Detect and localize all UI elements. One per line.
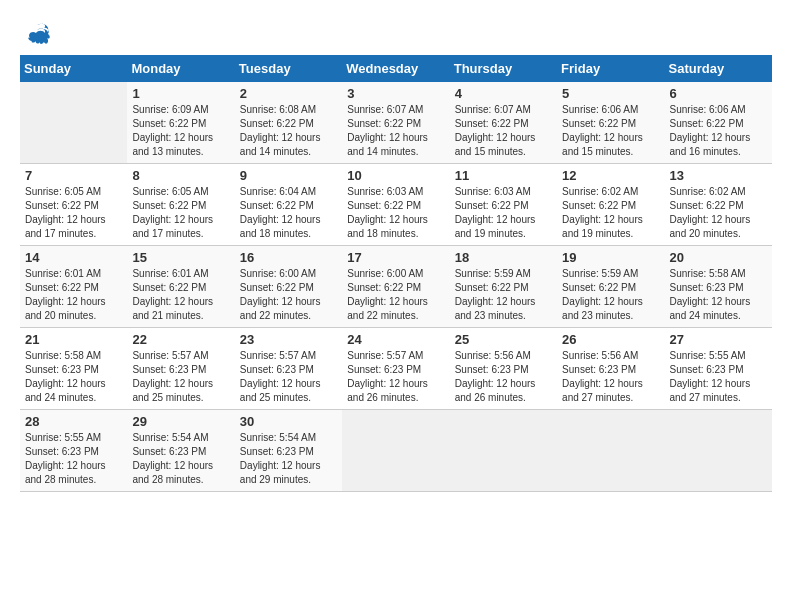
day-info: Sunrise: 6:04 AM Sunset: 6:22 PM Dayligh… bbox=[240, 185, 337, 241]
day-info: Sunrise: 6:05 AM Sunset: 6:22 PM Dayligh… bbox=[25, 185, 122, 241]
day-number: 12 bbox=[562, 168, 659, 183]
calendar-cell: 10Sunrise: 6:03 AM Sunset: 6:22 PM Dayli… bbox=[342, 164, 449, 246]
day-number: 23 bbox=[240, 332, 337, 347]
day-number: 15 bbox=[132, 250, 229, 265]
day-number: 2 bbox=[240, 86, 337, 101]
day-number: 18 bbox=[455, 250, 552, 265]
calendar-cell: 6Sunrise: 6:06 AM Sunset: 6:22 PM Daylig… bbox=[665, 82, 772, 164]
day-number: 24 bbox=[347, 332, 444, 347]
calendar-cell: 3Sunrise: 6:07 AM Sunset: 6:22 PM Daylig… bbox=[342, 82, 449, 164]
calendar-cell: 18Sunrise: 5:59 AM Sunset: 6:22 PM Dayli… bbox=[450, 246, 557, 328]
day-info: Sunrise: 6:05 AM Sunset: 6:22 PM Dayligh… bbox=[132, 185, 229, 241]
calendar-cell: 25Sunrise: 5:56 AM Sunset: 6:23 PM Dayli… bbox=[450, 328, 557, 410]
day-info: Sunrise: 5:59 AM Sunset: 6:22 PM Dayligh… bbox=[562, 267, 659, 323]
calendar-cell: 26Sunrise: 5:56 AM Sunset: 6:23 PM Dayli… bbox=[557, 328, 664, 410]
calendar-week-2: 7Sunrise: 6:05 AM Sunset: 6:22 PM Daylig… bbox=[20, 164, 772, 246]
calendar-cell bbox=[342, 410, 449, 492]
calendar-header-thursday: Thursday bbox=[450, 55, 557, 82]
calendar-header-monday: Monday bbox=[127, 55, 234, 82]
day-info: Sunrise: 6:03 AM Sunset: 6:22 PM Dayligh… bbox=[455, 185, 552, 241]
logo bbox=[20, 20, 52, 45]
day-info: Sunrise: 6:03 AM Sunset: 6:22 PM Dayligh… bbox=[347, 185, 444, 241]
calendar-header-wednesday: Wednesday bbox=[342, 55, 449, 82]
calendar-header-saturday: Saturday bbox=[665, 55, 772, 82]
calendar-cell: 20Sunrise: 5:58 AM Sunset: 6:23 PM Dayli… bbox=[665, 246, 772, 328]
calendar-cell: 29Sunrise: 5:54 AM Sunset: 6:23 PM Dayli… bbox=[127, 410, 234, 492]
day-number: 7 bbox=[25, 168, 122, 183]
day-info: Sunrise: 5:57 AM Sunset: 6:23 PM Dayligh… bbox=[132, 349, 229, 405]
day-info: Sunrise: 6:00 AM Sunset: 6:22 PM Dayligh… bbox=[347, 267, 444, 323]
page-header bbox=[20, 20, 772, 45]
calendar-header-row: SundayMondayTuesdayWednesdayThursdayFrid… bbox=[20, 55, 772, 82]
day-number: 13 bbox=[670, 168, 767, 183]
day-info: Sunrise: 6:02 AM Sunset: 6:22 PM Dayligh… bbox=[562, 185, 659, 241]
calendar-cell bbox=[557, 410, 664, 492]
calendar-week-5: 28Sunrise: 5:55 AM Sunset: 6:23 PM Dayli… bbox=[20, 410, 772, 492]
calendar-cell: 22Sunrise: 5:57 AM Sunset: 6:23 PM Dayli… bbox=[127, 328, 234, 410]
day-info: Sunrise: 5:58 AM Sunset: 6:23 PM Dayligh… bbox=[670, 267, 767, 323]
calendar-cell bbox=[20, 82, 127, 164]
day-info: Sunrise: 6:09 AM Sunset: 6:22 PM Dayligh… bbox=[132, 103, 229, 159]
calendar-cell: 16Sunrise: 6:00 AM Sunset: 6:22 PM Dayli… bbox=[235, 246, 342, 328]
calendar-header-tuesday: Tuesday bbox=[235, 55, 342, 82]
day-number: 28 bbox=[25, 414, 122, 429]
calendar-cell: 28Sunrise: 5:55 AM Sunset: 6:23 PM Dayli… bbox=[20, 410, 127, 492]
calendar-cell: 21Sunrise: 5:58 AM Sunset: 6:23 PM Dayli… bbox=[20, 328, 127, 410]
day-info: Sunrise: 6:07 AM Sunset: 6:22 PM Dayligh… bbox=[455, 103, 552, 159]
calendar-cell: 4Sunrise: 6:07 AM Sunset: 6:22 PM Daylig… bbox=[450, 82, 557, 164]
day-info: Sunrise: 5:57 AM Sunset: 6:23 PM Dayligh… bbox=[240, 349, 337, 405]
day-info: Sunrise: 5:57 AM Sunset: 6:23 PM Dayligh… bbox=[347, 349, 444, 405]
day-number: 21 bbox=[25, 332, 122, 347]
calendar-cell: 9Sunrise: 6:04 AM Sunset: 6:22 PM Daylig… bbox=[235, 164, 342, 246]
day-number: 6 bbox=[670, 86, 767, 101]
day-info: Sunrise: 6:07 AM Sunset: 6:22 PM Dayligh… bbox=[347, 103, 444, 159]
calendar-cell: 24Sunrise: 5:57 AM Sunset: 6:23 PM Dayli… bbox=[342, 328, 449, 410]
calendar-cell: 11Sunrise: 6:03 AM Sunset: 6:22 PM Dayli… bbox=[450, 164, 557, 246]
day-info: Sunrise: 5:54 AM Sunset: 6:23 PM Dayligh… bbox=[132, 431, 229, 487]
day-info: Sunrise: 5:55 AM Sunset: 6:23 PM Dayligh… bbox=[670, 349, 767, 405]
day-number: 5 bbox=[562, 86, 659, 101]
day-info: Sunrise: 6:01 AM Sunset: 6:22 PM Dayligh… bbox=[132, 267, 229, 323]
calendar-cell: 2Sunrise: 6:08 AM Sunset: 6:22 PM Daylig… bbox=[235, 82, 342, 164]
day-number: 1 bbox=[132, 86, 229, 101]
calendar-header-friday: Friday bbox=[557, 55, 664, 82]
calendar-cell bbox=[450, 410, 557, 492]
day-number: 19 bbox=[562, 250, 659, 265]
day-info: Sunrise: 6:02 AM Sunset: 6:22 PM Dayligh… bbox=[670, 185, 767, 241]
calendar-table: SundayMondayTuesdayWednesdayThursdayFrid… bbox=[20, 55, 772, 492]
calendar-week-3: 14Sunrise: 6:01 AM Sunset: 6:22 PM Dayli… bbox=[20, 246, 772, 328]
calendar-cell: 23Sunrise: 5:57 AM Sunset: 6:23 PM Dayli… bbox=[235, 328, 342, 410]
day-number: 8 bbox=[132, 168, 229, 183]
calendar-cell: 13Sunrise: 6:02 AM Sunset: 6:22 PM Dayli… bbox=[665, 164, 772, 246]
calendar-cell: 15Sunrise: 6:01 AM Sunset: 6:22 PM Dayli… bbox=[127, 246, 234, 328]
day-number: 20 bbox=[670, 250, 767, 265]
calendar-cell: 12Sunrise: 6:02 AM Sunset: 6:22 PM Dayli… bbox=[557, 164, 664, 246]
day-number: 4 bbox=[455, 86, 552, 101]
day-number: 29 bbox=[132, 414, 229, 429]
calendar-cell: 30Sunrise: 5:54 AM Sunset: 6:23 PM Dayli… bbox=[235, 410, 342, 492]
day-number: 27 bbox=[670, 332, 767, 347]
day-number: 22 bbox=[132, 332, 229, 347]
day-info: Sunrise: 5:56 AM Sunset: 6:23 PM Dayligh… bbox=[455, 349, 552, 405]
day-info: Sunrise: 6:00 AM Sunset: 6:22 PM Dayligh… bbox=[240, 267, 337, 323]
day-info: Sunrise: 5:56 AM Sunset: 6:23 PM Dayligh… bbox=[562, 349, 659, 405]
day-number: 10 bbox=[347, 168, 444, 183]
calendar-cell: 17Sunrise: 6:00 AM Sunset: 6:22 PM Dayli… bbox=[342, 246, 449, 328]
day-number: 16 bbox=[240, 250, 337, 265]
calendar-cell: 5Sunrise: 6:06 AM Sunset: 6:22 PM Daylig… bbox=[557, 82, 664, 164]
day-number: 11 bbox=[455, 168, 552, 183]
calendar-cell: 19Sunrise: 5:59 AM Sunset: 6:22 PM Dayli… bbox=[557, 246, 664, 328]
day-number: 9 bbox=[240, 168, 337, 183]
day-number: 3 bbox=[347, 86, 444, 101]
calendar-week-4: 21Sunrise: 5:58 AM Sunset: 6:23 PM Dayli… bbox=[20, 328, 772, 410]
day-info: Sunrise: 5:55 AM Sunset: 6:23 PM Dayligh… bbox=[25, 431, 122, 487]
day-info: Sunrise: 5:54 AM Sunset: 6:23 PM Dayligh… bbox=[240, 431, 337, 487]
day-number: 26 bbox=[562, 332, 659, 347]
day-number: 25 bbox=[455, 332, 552, 347]
day-info: Sunrise: 6:08 AM Sunset: 6:22 PM Dayligh… bbox=[240, 103, 337, 159]
day-info: Sunrise: 6:01 AM Sunset: 6:22 PM Dayligh… bbox=[25, 267, 122, 323]
calendar-cell: 8Sunrise: 6:05 AM Sunset: 6:22 PM Daylig… bbox=[127, 164, 234, 246]
calendar-cell: 1Sunrise: 6:09 AM Sunset: 6:22 PM Daylig… bbox=[127, 82, 234, 164]
calendar-cell: 7Sunrise: 6:05 AM Sunset: 6:22 PM Daylig… bbox=[20, 164, 127, 246]
calendar-week-1: 1Sunrise: 6:09 AM Sunset: 6:22 PM Daylig… bbox=[20, 82, 772, 164]
